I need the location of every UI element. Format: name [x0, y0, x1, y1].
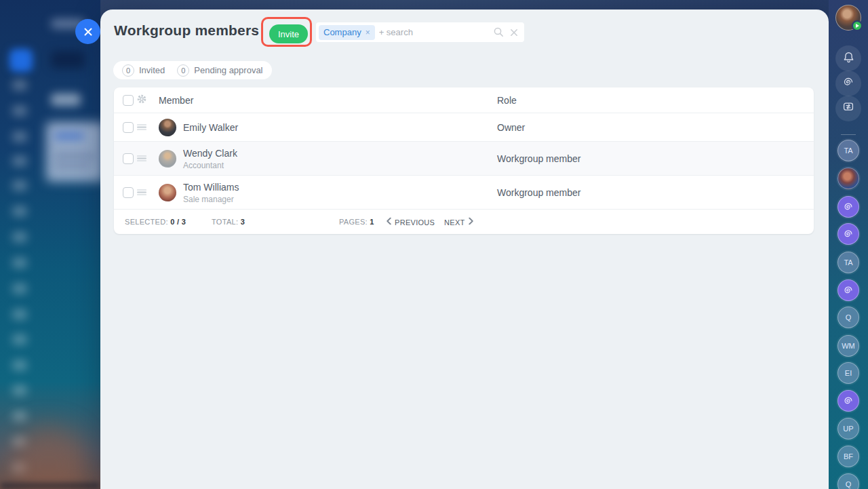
chat-avatar-copilot[interactable]: [837, 196, 859, 218]
copilot-button[interactable]: [835, 71, 861, 96]
total-count: TOTAL: 3: [212, 218, 245, 226]
status-counters: 0 Invited 0 Pending approval: [113, 61, 272, 79]
chat-avatar-copilot[interactable]: [837, 390, 859, 412]
chat-avatar[interactable]: TA: [837, 140, 859, 161]
row-checkbox[interactable]: [123, 187, 134, 198]
member-position: Accountant: [183, 161, 237, 170]
copilot-icon: [842, 76, 854, 91]
select-all-checkbox[interactable]: [123, 95, 134, 106]
chat-avatar[interactable]: WM: [837, 335, 859, 357]
search-filter-chip[interactable]: Company ×: [319, 25, 375, 40]
grid-settings-gear-icon[interactable]: [136, 94, 147, 107]
chat-transfer-icon: [842, 101, 854, 116]
drag-handle-icon[interactable]: [137, 155, 146, 161]
search-icon[interactable]: [493, 26, 505, 38]
bell-icon: [842, 51, 855, 66]
invite-button[interactable]: Invite: [269, 24, 308, 43]
next-page-button[interactable]: NEXT: [444, 218, 473, 227]
rail-divider: [841, 134, 856, 135]
invited-count-badge: 0: [122, 64, 134, 77]
member-name[interactable]: Emily Walker: [183, 122, 238, 133]
workgroup-members-panel: Workgroup members Invite Company ×: [100, 9, 829, 489]
chip-remove-icon[interactable]: ×: [366, 28, 370, 37]
member-name[interactable]: Tom Williams: [183, 182, 239, 193]
member-role: Workgroup member: [497, 153, 580, 164]
table-row[interactable]: Tom Williams Sale manager Workgroup memb…: [114, 176, 814, 210]
chat-avatar[interactable]: EI: [837, 362, 859, 384]
chat-avatar-copilot[interactable]: [837, 223, 859, 245]
member-position: Sale manager: [183, 195, 239, 204]
chat-avatar[interactable]: BF: [837, 446, 859, 467]
chat-avatar-copilot[interactable]: [837, 279, 859, 301]
table-footer: SELECTED: 0 / 3 TOTAL: 3 PAGES: 1 PREVIO…: [114, 210, 814, 234]
sidebar-active-item-blur: [9, 49, 33, 72]
pages-count: PAGES: 1: [339, 218, 374, 226]
member-role: Owner: [497, 122, 525, 133]
right-toolbar-rail: TA TA Q WM EI UP BF Q: [829, 0, 868, 489]
chevron-right-icon: [469, 218, 473, 227]
page-title: Workgroup members: [114, 22, 259, 39]
chevron-left-icon: [387, 218, 391, 227]
play-icon: [856, 24, 859, 28]
avatar[interactable]: [159, 119, 176, 136]
counter-invited[interactable]: 0 Invited: [122, 64, 165, 77]
row-checkbox[interactable]: [123, 153, 134, 164]
invite-annotation-highlight: Invite: [261, 17, 312, 47]
drag-handle-icon[interactable]: [137, 189, 146, 195]
avatar[interactable]: [159, 184, 176, 201]
members-table: Member Role Emily Walker Owner Wendy Cla…: [114, 87, 814, 234]
messenger-button[interactable]: [835, 96, 861, 121]
member-name[interactable]: Wendy Clark: [183, 148, 237, 159]
current-user-avatar[interactable]: [835, 5, 861, 31]
search-clear-icon[interactable]: [509, 28, 519, 37]
column-header-member[interactable]: Member: [159, 95, 193, 106]
close-panel-button[interactable]: [75, 19, 100, 44]
counter-pending-approval[interactable]: 0 Pending approval: [177, 64, 262, 77]
notifications-button[interactable]: [835, 45, 861, 71]
table-row[interactable]: Wendy Clark Accountant Workgroup member: [114, 142, 814, 176]
search-bar[interactable]: Company ×: [316, 22, 524, 42]
previous-page-button[interactable]: PREVIOUS: [387, 218, 435, 227]
chat-avatar[interactable]: TA: [837, 252, 859, 273]
table-header-row: Member Role: [114, 87, 814, 113]
blurred-background-app: [0, 0, 100, 489]
chip-label: Company: [323, 27, 361, 37]
close-icon: [83, 27, 93, 37]
chat-avatar[interactable]: [837, 168, 859, 189]
drag-handle-icon[interactable]: [137, 124, 146, 130]
selected-count: SELECTED: 0 / 3: [125, 218, 186, 226]
chat-avatar[interactable]: UP: [837, 418, 859, 439]
member-role: Workgroup member: [497, 187, 580, 198]
screen: Workgroup members Invite Company ×: [0, 0, 868, 489]
search-input[interactable]: [379, 27, 493, 37]
row-checkbox[interactable]: [123, 122, 134, 133]
column-header-role[interactable]: Role: [497, 95, 517, 106]
pending-count-badge: 0: [177, 64, 189, 77]
chat-avatar[interactable]: Q: [837, 307, 859, 328]
avatar[interactable]: [159, 150, 176, 168]
video-status-badge: [852, 20, 863, 31]
table-row[interactable]: Emily Walker Owner: [114, 113, 814, 142]
chat-avatar[interactable]: Q: [837, 473, 859, 489]
